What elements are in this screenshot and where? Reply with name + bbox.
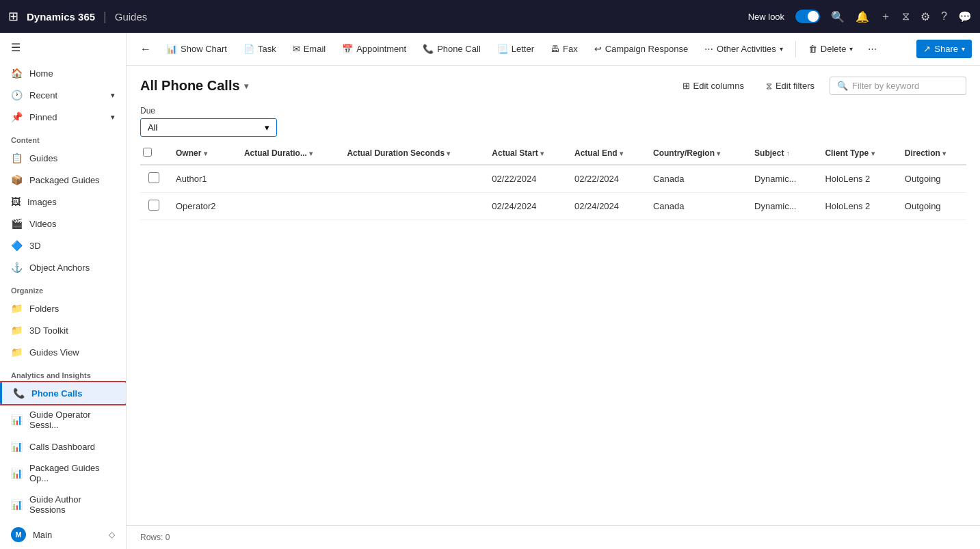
other-activities-button[interactable]: ⋯ Other Activities ▾ [698, 40, 790, 58]
due-label: Due [140, 106, 966, 116]
sidebar-item-recent[interactable]: 🕐 Recent ▾ [0, 84, 126, 106]
sidebar-item-guides-view[interactable]: 📁 Guides View [0, 341, 126, 363]
sidebar-item-videos[interactable]: 🎬 Videos [0, 213, 126, 235]
table-row[interactable]: Author1 02/22/2024 02/22/2024 Canada Dyn… [140, 165, 966, 193]
more-options-button[interactable]: ⋯ [862, 40, 882, 58]
email-label: Email [304, 44, 326, 54]
footer-expand-icon: ◇ [109, 530, 115, 539]
col-actual-duration[interactable]: Actual Duratio... ▾ [236, 142, 339, 165]
chevron-down-icon: ▾ [111, 113, 115, 122]
content-section-label: Content [0, 128, 126, 147]
notifications-icon[interactable]: 🔔 [856, 10, 869, 23]
delete-icon: 🗑 [808, 44, 817, 54]
sort-icon: ▾ [620, 150, 623, 157]
settings-icon[interactable]: ⚙ [921, 10, 930, 23]
row-checkbox[interactable] [148, 200, 159, 211]
sidebar-item-images[interactable]: 🖼 Images [0, 191, 126, 213]
anchor-icon: ⚓ [11, 262, 23, 273]
col-actual-start[interactable]: Actual Start ▾ [484, 142, 566, 165]
select-all-checkbox[interactable] [143, 148, 152, 157]
sidebar-item-label: Guide Operator Sessi... [29, 410, 115, 430]
appointment-button[interactable]: 📅 Appointment [335, 40, 413, 58]
guides-icon: 📋 [11, 152, 23, 163]
col-direction[interactable]: Direction ▾ [897, 142, 966, 165]
phone-call-button[interactable]: 📞 Phone Call [416, 40, 488, 58]
row-select-cell[interactable] [140, 193, 168, 220]
app-module: Guides [115, 11, 148, 23]
share-icon: ↗ [923, 44, 931, 54]
cell-actual-end: 02/24/2024 [566, 193, 645, 220]
sidebar-item-guide-operator-sessions[interactable]: 📊 Guide Operator Sessi... [0, 404, 126, 436]
edit-columns-button[interactable]: ⊞ Edit columns [676, 77, 751, 94]
edit-columns-label: Edit columns [693, 81, 744, 91]
col-client-type[interactable]: Client Type ▾ [817, 142, 896, 165]
show-chart-label: Show Chart [181, 44, 227, 54]
view-title-dropdown-icon[interactable]: ▾ [244, 81, 248, 91]
cell-actual-duration-seconds [339, 165, 484, 193]
sidebar-item-calls-dashboard[interactable]: 📊 Calls Dashboard [0, 436, 126, 457]
back-button[interactable]: ← [135, 39, 157, 59]
hamburger-menu[interactable]: ☰ [0, 33, 126, 62]
analytics-section-label: Analytics and Insights [0, 363, 126, 382]
sort-icon: ▾ [942, 150, 946, 157]
rows-label: Rows: [140, 533, 163, 542]
show-chart-button[interactable]: 📊 Show Chart [159, 40, 234, 58]
cell-owner: Author1 [168, 165, 236, 193]
sidebar-item-3d[interactable]: 🔷 3D [0, 235, 126, 256]
task-button[interactable]: 📄 Task [237, 40, 283, 58]
author-sessions-icon: 📊 [11, 499, 23, 510]
email-button[interactable]: ✉ Email [286, 40, 333, 58]
letter-button[interactable]: 📃 Letter [490, 40, 541, 58]
content-area: ← 📊 Show Chart 📄 Task ✉ Email 📅 Appointm… [127, 33, 980, 549]
feedback-icon[interactable]: 💬 [958, 10, 972, 23]
col-subject[interactable]: Subject ↑ [746, 142, 817, 165]
fax-label: Fax [563, 44, 578, 54]
campaign-response-button[interactable]: ↩ Campaign Response [587, 40, 695, 58]
sidebar-item-label: Phone Calls [31, 388, 82, 399]
col-country-region[interactable]: Country/Region ▾ [645, 142, 746, 165]
view-actions: ⊞ Edit columns ⧖ Edit filters 🔍 Filter b… [676, 77, 967, 95]
guides-view-icon: 📁 [11, 347, 23, 358]
sidebar-item-packaged-guides[interactable]: 📦 Packaged Guides [0, 169, 126, 191]
sidebar-item-guide-author-sessions[interactable]: 📊 Guide Author Sessions [0, 489, 126, 520]
sidebar-item-label: Calls Dashboard [29, 442, 95, 452]
due-filter: Due All ▾ [127, 101, 980, 142]
sidebar-item-3d-toolkit[interactable]: 📁 3D Toolkit [0, 319, 126, 341]
sort-icon: ▾ [204, 150, 207, 157]
sidebar-item-folders[interactable]: 📁 Folders [0, 297, 126, 319]
col-actual-end[interactable]: Actual End ▾ [566, 142, 645, 165]
search-icon[interactable]: 🔍 [831, 10, 845, 23]
toolkit-icon: 📁 [11, 325, 23, 336]
cell-actual-duration-seconds [339, 193, 484, 220]
table-row[interactable]: Operator2 02/24/2024 02/24/2024 Canada D… [140, 193, 966, 220]
delete-button[interactable]: 🗑 Delete ▾ [802, 40, 860, 58]
add-icon[interactable]: ＋ [880, 10, 891, 24]
col-owner[interactable]: Owner ▾ [168, 142, 236, 165]
edit-filters-button[interactable]: ⧖ Edit filters [759, 77, 821, 95]
sidebar-item-guides[interactable]: 📋 Guides [0, 147, 126, 169]
due-select-dropdown[interactable]: All ▾ [140, 118, 277, 137]
row-select-cell[interactable] [140, 165, 168, 193]
sidebar-item-label: Folders [29, 304, 59, 314]
select-all-header[interactable] [140, 142, 168, 165]
filter-icon[interactable]: ⧖ [902, 10, 910, 23]
new-look-toggle[interactable] [795, 10, 820, 23]
other-activities-label: Other Activities [717, 44, 776, 54]
app-grid-icon[interactable]: ⊞ [8, 9, 18, 24]
row-checkbox[interactable] [148, 172, 159, 183]
top-nav-right: New look 🔍 🔔 ＋ ⧖ ⚙ ? 💬 [748, 10, 972, 24]
chart-icon: 📊 [166, 44, 177, 54]
sidebar-footer[interactable]: M Main ◇ [0, 520, 126, 549]
share-button[interactable]: ↗ Share ▾ [916, 40, 972, 58]
keyword-filter-input[interactable]: 🔍 Filter by keyword [830, 77, 966, 95]
fax-button[interactable]: 🖷 Fax [544, 40, 585, 58]
appointment-icon: 📅 [342, 44, 353, 54]
col-actual-duration-seconds[interactable]: Actual Duration Seconds ▾ [339, 142, 484, 165]
sidebar-item-phone-calls[interactable]: 📞 Phone Calls [0, 382, 126, 404]
sidebar-item-home[interactable]: 🏠 Home [0, 62, 126, 84]
help-icon[interactable]: ? [941, 10, 947, 23]
sidebar-item-packaged-guides-op[interactable]: 📊 Packaged Guides Op... [0, 457, 126, 489]
sidebar-item-label: Pinned [29, 112, 57, 122]
sidebar-item-object-anchors[interactable]: ⚓ Object Anchors [0, 256, 126, 278]
sidebar-item-pinned[interactable]: 📌 Pinned ▾ [0, 106, 126, 128]
